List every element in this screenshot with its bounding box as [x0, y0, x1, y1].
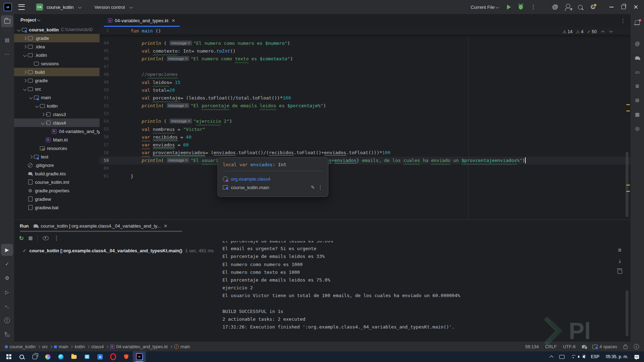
tree-item-gradle[interactable]: gradle	[14, 76, 100, 85]
tree-chevron-icon[interactable]	[40, 122, 45, 124]
line-number[interactable]: 44	[100, 41, 131, 46]
settings-icon[interactable]: ⚙	[590, 4, 596, 10]
copilot[interactable]	[41, 351, 54, 362]
code-text[interactable]: fun main ()	[131, 28, 161, 34]
taskbar-search[interactable]	[15, 351, 28, 362]
code-text[interactable]: var provcentajeenviados= (enviados.toFlo…	[131, 150, 390, 155]
tree-item-resources[interactable]: resources	[14, 144, 100, 152]
more-tools-icon[interactable]: ⋯	[1, 48, 13, 60]
tree-item-gradlew-bat[interactable]: gradlew.bat	[14, 203, 100, 212]
line-number[interactable]: 60	[100, 166, 131, 171]
close-run-tab-icon[interactable]: ✕	[163, 223, 167, 229]
tree-item-test[interactable]: test	[14, 152, 100, 161]
sticky-code-line[interactable]: 3fun main ()	[100, 27, 161, 35]
code-line[interactable]: 50 val total=20	[100, 86, 631, 94]
start-button[interactable]	[2, 351, 15, 362]
run-button[interactable]	[507, 5, 511, 10]
code-text[interactable]: println ( message ="El numero como numer…	[131, 41, 290, 46]
warning-stripe-mark[interactable]	[626, 110, 630, 111]
notifications-status-icon[interactable]: !	[634, 344, 639, 349]
run-result-row[interactable]: ✓ course_kotlin [:org.example.class4._04…	[23, 248, 214, 253]
code-line[interactable]: 55 val nombreus = "Victor"	[100, 125, 631, 133]
restore-button[interactable]	[621, 5, 626, 9]
tree-item-main-kt[interactable]: Main.kt	[14, 135, 100, 144]
breadcrumb-item-kotlin[interactable]: kotlin	[74, 344, 85, 349]
tree-item-idea[interactable]: .idea	[14, 42, 100, 51]
tree-item-course-kotlin[interactable]: course_kotlinC:\Users\victo\D	[14, 25, 100, 34]
clock[interactable]: 05:35. p. m.	[606, 354, 628, 359]
minimize-button[interactable]	[609, 7, 614, 7]
project-folder-icon[interactable]	[1, 15, 13, 27]
code-line[interactable]: 58 var provcentajeenviados= (enviados.to…	[100, 149, 631, 157]
tree-chevron-icon[interactable]	[22, 79, 27, 82]
breadcrumb-item-src[interactable]: src	[42, 344, 48, 349]
line-number[interactable]: 57	[100, 143, 131, 147]
breadcrumb-item-main[interactable]: fmain	[174, 344, 190, 349]
file-encoding[interactable]: UTF-8	[563, 344, 576, 349]
search-everywhere-icon[interactable]	[578, 5, 583, 10]
tree-item-class3[interactable]: class3	[14, 110, 100, 119]
line-number[interactable]: 47	[100, 64, 131, 69]
warning-stripe-mark[interactable]	[626, 104, 630, 105]
opera[interactable]	[107, 351, 120, 362]
code-line[interactable]: 54 println ( message ="ejercicio 2")	[100, 117, 631, 125]
line-number[interactable]: 52	[100, 103, 131, 108]
next-problem-icon[interactable]	[609, 29, 613, 32]
code-line[interactable]: 53	[100, 110, 631, 117]
code-line[interactable]: 57 var enviados = 60	[100, 141, 631, 149]
tree-chevron-icon[interactable]	[16, 29, 21, 31]
tree-item-build[interactable]: build	[14, 68, 100, 76]
task-view[interactable]	[28, 351, 41, 362]
structure-icon[interactable]: ▤	[1, 34, 13, 46]
line-number[interactable]: 58	[100, 150, 131, 155]
tree-item-src[interactable]: src	[14, 85, 100, 93]
device-manager-icon[interactable]: ▭	[631, 66, 643, 78]
code-line[interactable]: 46 println( message ="El numero como tex…	[100, 55, 631, 62]
code-text[interactable]: //operaciones	[131, 72, 178, 77]
close-button[interactable]: ✕	[633, 4, 638, 10]
code-with-me-icon[interactable]	[566, 4, 570, 8]
terminal-icon[interactable]: >_	[1, 300, 13, 312]
tree-chevron-icon[interactable]	[22, 71, 27, 73]
run-anything-icon[interactable]: ▷	[1, 286, 13, 298]
clear-console-icon[interactable]	[618, 270, 622, 274]
code-text[interactable]: println( message ="El numero como texto …	[131, 56, 293, 61]
project-avatar[interactable]: CK	[36, 4, 43, 11]
code-text[interactable]: val porcentaje= (leidos.toFloat()/total.…	[131, 95, 291, 101]
tree-chevron-icon[interactable]	[28, 96, 33, 99]
code-text[interactable]: println ( message ="ejercicio 2")	[131, 119, 232, 124]
tree-item-sessions[interactable]: sessions	[14, 59, 100, 68]
tree-chevron-icon[interactable]	[22, 46, 27, 48]
tree-item-kotlin[interactable]: kotlin	[14, 102, 100, 110]
tree-item-gradle-properties[interactable]: gradle.properties	[14, 186, 100, 195]
tree-item-main[interactable]: main	[14, 93, 100, 102]
brave[interactable]	[120, 351, 133, 362]
close-tab-icon[interactable]: ✕	[172, 18, 175, 23]
ai-assistant-icon[interactable]: @	[552, 4, 558, 11]
line-number[interactable]: 61	[100, 174, 131, 179]
tree-chevron-icon[interactable]	[22, 37, 27, 40]
code-line[interactable]: 60	[100, 164, 631, 172]
tree-item-04-variables-and-types-kt[interactable]: 04-variables_and_types.kt	[14, 127, 100, 135]
breadcrumb-item-04-variables-and-types-kt[interactable]: K04-variables_and_types.kt	[110, 344, 168, 349]
code-line[interactable]: 59 println( message ="El usuario $nombre…	[100, 157, 631, 164]
code-text[interactable]: val leidos= 15	[131, 80, 180, 85]
code-text[interactable]: var recibidos = 40	[131, 134, 191, 140]
main-menu-icon[interactable]	[18, 4, 25, 10]
tree-chevron-icon[interactable]	[34, 105, 39, 107]
editor-tab[interactable]: K 04-variables_and_types.kt ✕	[104, 14, 180, 27]
outlook[interactable]: o	[94, 351, 107, 362]
dependencies-icon[interactable]: ▦	[631, 108, 643, 120]
breadcrumb-item-main[interactable]: main	[54, 344, 68, 349]
run-config-selector[interactable]: Current File	[471, 5, 499, 10]
code-line[interactable]: 61}	[100, 172, 631, 180]
scroll-to-end-icon[interactable]: ⤓	[619, 258, 621, 264]
services-icon[interactable]: ⚙	[1, 272, 13, 284]
warning-stripe-mark[interactable]	[626, 191, 630, 192]
code-line[interactable]: 51 val porcentaje= (leidos.toFloat()/tot…	[100, 94, 631, 102]
code-text[interactable]: var enviados = 60	[131, 142, 189, 147]
line-number[interactable]: 55	[100, 127, 131, 132]
show-options-icon[interactable]	[43, 236, 49, 240]
vcs-menu[interactable]: Version control	[95, 5, 125, 10]
tree-chevron-icon[interactable]	[22, 88, 27, 90]
